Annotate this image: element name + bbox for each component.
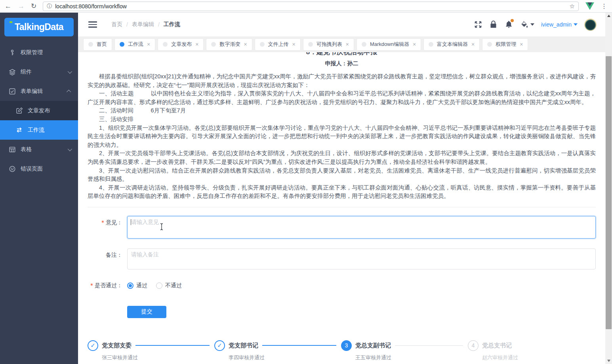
step-number: 3 (341, 340, 352, 351)
step-deputy-secretary: 3 党总支副书记 王五审核并通过 (341, 340, 468, 361)
document-title: 8：建党节庆祝活动申报 (88, 52, 596, 57)
sidebar: TalkingData 权限管理 组件 表单编辑 文章发布 (0, 13, 78, 364)
section-divider (88, 207, 596, 207)
main-area: 首页 / 表单编辑 / 工作流 iview (78, 13, 605, 364)
paragraph: 2、开展一次党员领导干部带头上党课活动。各党(总)支部结合本支部情况，为庆祝党的… (88, 149, 596, 166)
logo-green-mark-icon (10, 21, 12, 23)
sidebar-item-permission[interactable]: 权限管理 (0, 43, 78, 62)
browser-back-icon[interactable]: ← (5, 3, 11, 9)
address-bar[interactable]: ⓘ localhost:8080/form/workflow ☆ (43, 2, 579, 11)
paragraph: 根据县委组织部(组织[20xx]21)文件通知精神，为纪念中国共产党建党xx周年… (88, 72, 596, 89)
sidebar-item-label: 表单编辑 (21, 88, 68, 95)
required-asterisk: * (101, 219, 104, 226)
tab-file-upload[interactable]: 文件上传× (255, 38, 301, 51)
step-connector (395, 345, 463, 346)
radio-unselected-icon (156, 282, 162, 289)
tab-article-publish[interactable]: 文章发布× (158, 38, 204, 51)
document-body: 根据县委组织部(组织[20xx]21)文件通知精神，为纪念中国共产党建党xx周年… (88, 72, 596, 201)
tab-rich-text-editor[interactable]: 富文本编辑器× (423, 38, 480, 51)
scrollbar-thumb[interactable] (606, 56, 612, 329)
opinion-label: 意见： (106, 219, 122, 226)
sidebar-item-error-pages[interactable]: 错误页面 (0, 159, 78, 178)
browser-forward-icon[interactable]: → (18, 3, 25, 9)
bookmark-star-icon[interactable]: ☆ (570, 3, 575, 10)
sidebar-item-tables[interactable]: 表格 (0, 140, 78, 159)
browser-menu-icon[interactable]: ⋮ (601, 2, 607, 10)
step-connector (135, 345, 210, 346)
breadcrumb-form-editor[interactable]: 表单编辑 (132, 21, 154, 28)
breadcrumb-home[interactable]: 首页 (111, 21, 122, 28)
mouse-text-cursor (160, 223, 164, 230)
lock-icon[interactable] (489, 20, 498, 29)
chevron-down-icon (68, 69, 72, 73)
menu-collapse-icon[interactable] (88, 20, 97, 29)
paragraph: 二、活动时间 6月下旬至7月 (88, 106, 596, 115)
table-icon (9, 146, 16, 153)
remark-textarea[interactable] (127, 248, 596, 269)
chevron-down-icon (574, 23, 578, 26)
tab-workflow[interactable]: 工作流× (114, 38, 155, 51)
radio-fail[interactable]: 不通过 (156, 282, 182, 289)
workflow-page: 8：建党节庆祝活动申报 申报人：孙二 根据县委组织部(组织[20xx]21)文件… (78, 52, 605, 364)
open-tabs-bar: 首页 工作流× 文章发布× 数字渐变× 文件上传× 可拖拽列表× Markdow… (78, 36, 605, 52)
url-text[interactable]: localhost:8080/form/workflow (55, 3, 566, 9)
key-icon (9, 49, 16, 56)
sidebar-item-components[interactable]: 组件 (0, 62, 78, 82)
vertical-scrollbar[interactable] (605, 13, 612, 364)
fullscreen-icon[interactable] (474, 20, 482, 29)
text-caret (131, 219, 131, 225)
step-general-secretary: 4 党总支书记 赵六审核并通过 (468, 340, 595, 361)
tab-dot-icon (260, 42, 265, 47)
submit-button[interactable]: 提交 (127, 306, 166, 318)
chevron-down-icon (68, 146, 72, 151)
sidebar-subitem-workflow[interactable]: 工作流 (0, 120, 78, 140)
tab-close-icon[interactable]: × (471, 42, 475, 47)
tab-close-icon[interactable]: × (413, 42, 416, 47)
step-branch-secretary: ✓ 党支部书记 李四审核并通过 (214, 340, 341, 361)
browser-reload-icon[interactable]: ↻ (31, 3, 36, 9)
sidebar-item-form-editor[interactable]: 表单编辑 (0, 82, 78, 101)
sidebar-subitem-article-publish[interactable]: 文章发布 (0, 101, 78, 120)
sidebar-item-label: 错误页面 (21, 165, 71, 173)
tab-dot-icon (429, 42, 433, 47)
app-logo[interactable]: TalkingData (4, 18, 74, 36)
tab-close-icon[interactable]: × (346, 42, 349, 47)
browser-toolbar: ← → ↻ ⓘ localhost:8080/form/workflow ☆ ⋮ (0, 0, 612, 13)
avatar[interactable] (584, 19, 597, 31)
tab-markdown-editor[interactable]: Markdown编辑器× (357, 38, 421, 51)
tab-close-icon[interactable]: × (244, 42, 247, 47)
tab-close-icon[interactable]: × (292, 42, 296, 47)
user-menu[interactable]: iview_admin (541, 21, 578, 28)
tab-draggable-list[interactable]: 可拖拽列表× (303, 38, 354, 51)
layers-icon (9, 68, 16, 76)
theme-switcher[interactable] (520, 20, 534, 29)
remark-label: 备注： (106, 252, 122, 258)
tab-number-gradient[interactable]: 数字渐变× (206, 38, 252, 51)
step-check-icon: ✓ (214, 340, 225, 351)
applicant-line: 申报人：孙二 (88, 60, 596, 67)
required-asterisk: * (90, 282, 93, 288)
theme-bucket-icon (520, 20, 529, 29)
opinion-textarea[interactable] (127, 216, 596, 239)
tab-close-icon[interactable]: × (520, 42, 523, 47)
tab-home[interactable]: 首页 (83, 38, 112, 51)
tab-close-icon[interactable]: × (147, 42, 150, 47)
paragraph: 4、开展一次调研走访活动。坚持领导带头、分级负责，扎实开展好调研走访活动。要真正… (88, 184, 596, 201)
scroll-up-icon[interactable] (605, 13, 612, 19)
radio-pass[interactable]: 通过 (127, 282, 147, 289)
bell-icon[interactable] (505, 20, 513, 29)
scroll-down-icon[interactable] (605, 358, 612, 364)
breadcrumb-current: 工作流 (164, 21, 180, 28)
sidebar-item-label: 表格 (21, 146, 68, 153)
paragraph: 三、活动安排 (88, 115, 596, 124)
tab-close-icon[interactable]: × (195, 42, 198, 47)
sidebar-subitem-label: 文章发布 (28, 107, 50, 114)
vue-devtools-icon[interactable] (585, 2, 595, 10)
paragraph: 3、开展一次走访慰问活动。结合正在开展的群众路线教育实践活动，各党总支部负责人要… (88, 167, 596, 184)
username-text: iview_admin (541, 21, 572, 28)
step-check-icon: ✓ (88, 340, 98, 351)
tab-permission-management[interactable]: 权限管理× (482, 38, 528, 51)
approval-form: *意见： 备注： *是否通过： 通过 不通过 提 (88, 216, 596, 318)
page-info-icon[interactable]: ⓘ (47, 3, 52, 10)
tab-dot-icon (362, 42, 366, 47)
